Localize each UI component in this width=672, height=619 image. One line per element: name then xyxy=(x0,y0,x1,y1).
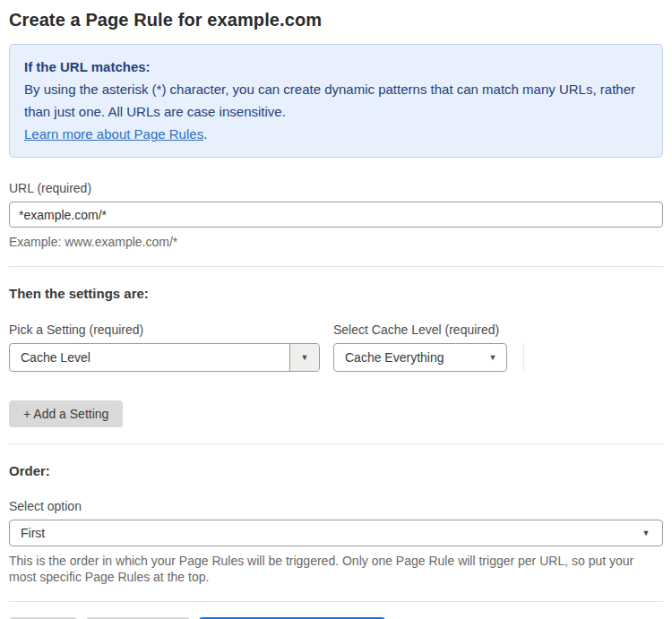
settings-section-heading: Then the settings are: xyxy=(9,286,663,301)
setting-picker-label: Pick a Setting (required) xyxy=(9,322,320,337)
order-select-label: Select option xyxy=(9,499,663,513)
info-box-body: By using the asterisk (*) character, you… xyxy=(24,78,648,123)
divider xyxy=(9,443,663,444)
url-field-helper: Example: www.example.com/* xyxy=(9,234,663,250)
chevron-down-icon: ▼ xyxy=(489,354,497,362)
order-select[interactable]: First ▼ xyxy=(9,520,663,546)
chevron-down-icon: ▼ xyxy=(642,529,650,537)
page-rule-form: Create a Page Rule for example.com If th… xyxy=(0,0,672,619)
order-select-value: First xyxy=(10,520,630,546)
cache-level-arrow: ▼ xyxy=(479,344,506,371)
cache-level-picker-label: Select Cache Level (required) xyxy=(333,322,507,337)
order-section-heading: Order: xyxy=(9,463,663,478)
add-setting-button[interactable]: + Add a Setting xyxy=(9,400,123,427)
cache-level-picker-group: Select Cache Level (required) Cache Ever… xyxy=(333,322,507,372)
divider xyxy=(9,601,663,602)
url-match-info-box: If the URL matches: By using the asteris… xyxy=(9,44,663,158)
order-select-arrow: ▼ xyxy=(630,520,662,546)
setting-picker-arrow-button[interactable]: ▼ xyxy=(289,344,319,371)
setting-picker-group: Pick a Setting (required) Cache Level ▼ xyxy=(9,322,320,372)
divider xyxy=(9,266,663,267)
setting-picker-value: Cache Level xyxy=(10,344,289,371)
learn-more-link[interactable]: Learn more about Page Rules xyxy=(24,126,203,142)
cache-level-select[interactable]: Cache Everything ▼ xyxy=(333,343,507,372)
page-title: Create a Page Rule for example.com xyxy=(9,10,663,30)
setting-picker-select[interactable]: Cache Level ▼ xyxy=(9,343,320,372)
url-input[interactable] xyxy=(9,202,663,228)
chevron-down-icon: ▼ xyxy=(301,354,309,362)
setting-group-separator xyxy=(523,343,524,372)
url-field-label: URL (required) xyxy=(9,181,663,195)
settings-row: Pick a Setting (required) Cache Level ▼ … xyxy=(9,322,663,372)
cache-level-value: Cache Everything xyxy=(334,344,479,371)
link-suffix: . xyxy=(203,126,207,142)
order-helper-text: This is the order in which your Page Rul… xyxy=(9,553,663,585)
info-box-heading: If the URL matches: xyxy=(24,56,648,78)
info-box-link-line: Learn more about Page Rules. xyxy=(24,123,648,145)
